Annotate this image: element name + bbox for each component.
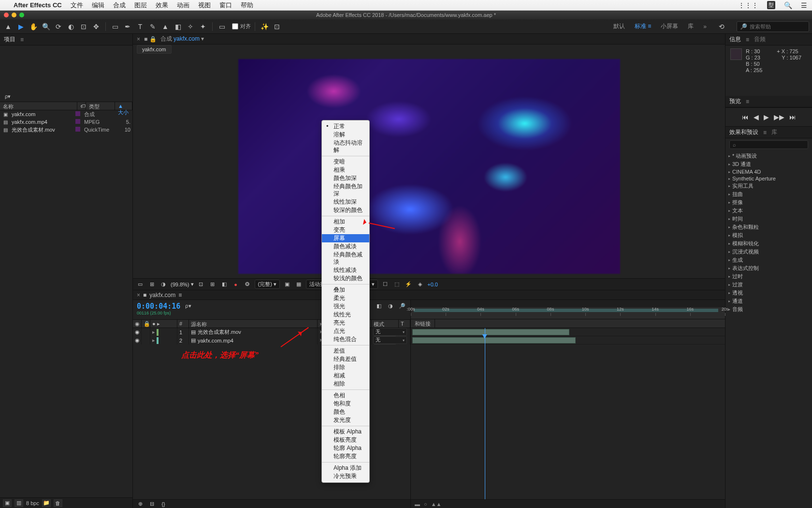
effects-folder[interactable]: ▸通道: [727, 297, 810, 305]
camera-tool-icon[interactable]: ⊡: [78, 21, 89, 32]
puppet-tool-icon[interactable]: ✦: [198, 21, 208, 32]
blend-mode-item[interactable]: 排除: [322, 363, 369, 372]
guides-icon[interactable]: ◧: [220, 281, 229, 288]
help-search-input[interactable]: [750, 24, 806, 30]
menu-effect[interactable]: 效果: [156, 1, 168, 10]
delete-icon[interactable]: 🗑: [54, 499, 62, 507]
comp-breadcrumb[interactable]: 合成 yakfx.com ▾: [160, 35, 204, 43]
interpret-icon[interactable]: ▣: [3, 499, 12, 507]
zoom-slider[interactable]: ○: [424, 501, 427, 507]
header-size[interactable]: ▲ 大小: [115, 102, 132, 110]
tl-fx-icon[interactable]: ◑: [386, 302, 395, 310]
audio-tab[interactable]: 音频: [754, 35, 766, 44]
bpc-label[interactable]: 8 bpc: [26, 500, 39, 506]
panel-menu-icon[interactable]: ≡: [20, 36, 24, 43]
blend-mode-item[interactable]: 较深的颜色: [322, 206, 369, 214]
blend-mode-item[interactable]: 纯色混合: [322, 335, 369, 344]
blend-mode-item[interactable]: 颜色: [322, 408, 369, 416]
blend-mode-item[interactable]: 正常: [322, 122, 369, 131]
tl-search-icon[interactable]: 🔎: [398, 302, 406, 310]
blend-mode-item[interactable]: 颜色减淡: [322, 242, 369, 251]
layer-bar[interactable]: [412, 337, 576, 344]
hand-tool-icon[interactable]: ✋: [28, 21, 39, 32]
viewer[interactable]: [133, 54, 725, 278]
effects-folder[interactable]: ▸模糊和锐化: [727, 239, 810, 248]
menu-file[interactable]: 文件: [71, 1, 83, 10]
current-timecode[interactable]: 0:00:04:16: [137, 302, 180, 311]
blend-mode-item[interactable]: Alpha 添加: [322, 464, 369, 472]
menu-window[interactable]: 窗口: [219, 1, 232, 10]
prev-frame-icon[interactable]: ◀: [754, 113, 759, 121]
col-name[interactable]: 源名称: [189, 320, 318, 328]
resolution-select[interactable]: (完整) ▾: [255, 280, 280, 289]
project-item[interactable]: ▤ yakfx.com.mp4 MPEG 5.: [0, 118, 132, 126]
menu-comp[interactable]: 合成: [113, 1, 126, 10]
blend-mode-item[interactable]: 溶解: [322, 131, 369, 139]
xparent-icon[interactable]: ▦: [294, 281, 303, 288]
close-icon[interactable]: [4, 13, 9, 17]
exposure-value[interactable]: +0.0: [427, 282, 438, 287]
info-tab[interactable]: 信息: [729, 35, 741, 44]
effects-folder[interactable]: ▸沉浸式视频: [727, 248, 810, 256]
blend-mode-item[interactable]: 较浅的颜色: [322, 274, 369, 283]
effects-folder[interactable]: ▸模拟: [727, 231, 810, 239]
col-parent[interactable]: 和链接: [411, 319, 435, 328]
zoom-level[interactable]: (99.8%) ▾: [171, 281, 194, 287]
effects-tree[interactable]: ▸* 动画预设▸3D 通道▸CINEMA 4D▸Synthetic Apertu…: [725, 151, 812, 508]
menu-animation[interactable]: 动画: [177, 1, 189, 10]
effects-folder[interactable]: ▸音频: [727, 305, 810, 314]
next-frame-icon[interactable]: ▶▶: [774, 113, 784, 121]
menu-view[interactable]: 视图: [198, 1, 211, 10]
menu-icon[interactable]: ☰: [801, 1, 807, 9]
blend-mode-item[interactable]: 屏幕: [322, 234, 369, 242]
tl-av-icon[interactable]: ◧: [375, 302, 383, 310]
roi-icon[interactable]: ▣: [283, 281, 291, 288]
effects-tab[interactable]: 效果和预设: [729, 128, 758, 136]
ren-icon[interactable]: ☐: [381, 281, 390, 288]
effects-folder[interactable]: ▸扭曲: [727, 190, 810, 198]
pen-tool-icon[interactable]: ✒: [122, 21, 133, 32]
effects-folder[interactable]: ▸表达式控制: [727, 264, 810, 272]
rotation-tool-icon[interactable]: ◐: [66, 21, 76, 32]
home-icon[interactable]: ▲: [3, 21, 14, 32]
blend-mode-item[interactable]: 相乘: [322, 166, 369, 174]
effects-folder[interactable]: ▸实用工具: [727, 182, 810, 190]
blend-mode-item[interactable]: 亮光: [322, 319, 369, 327]
visibility-toggle[interactable]: ◉: [133, 336, 142, 344]
frame-icon[interactable]: ⊡: [197, 281, 205, 288]
blend-mode-item[interactable]: 经典颜色减淡: [322, 251, 369, 266]
effects-folder[interactable]: ▸过渡: [727, 281, 810, 289]
bounds-icon[interactable]: ▭: [217, 21, 227, 32]
blend-mode-item[interactable]: 线性加深: [322, 198, 369, 206]
selection-tool-icon[interactable]: ▶: [15, 21, 26, 32]
anchor-tool-icon[interactable]: ✥: [91, 21, 102, 32]
col-mode[interactable]: 模式: [372, 320, 399, 328]
zoom-icon[interactable]: [19, 13, 24, 17]
effects-folder[interactable]: ▸文本: [727, 207, 810, 215]
blend-mode-item[interactable]: 相加: [322, 218, 369, 226]
effects-folder[interactable]: ▸透视: [727, 289, 810, 297]
depth-icon[interactable]: ◈: [416, 281, 424, 288]
blend-mode-menu[interactable]: 正常溶解动态抖动溶解变暗相乘颜色加深经典颜色加深线性加深较深的颜色相加变亮屏幕颜…: [321, 120, 370, 483]
align-checkbox[interactable]: [232, 23, 238, 30]
zoom-tool-icon[interactable]: 🔍: [41, 21, 51, 32]
blend-mode-item[interactable]: 冷光预乘: [322, 472, 369, 480]
ws-standard[interactable]: 标准 ≡: [635, 22, 651, 30]
project-tab[interactable]: 项目: [4, 35, 15, 44]
header-type[interactable]: 类型: [86, 102, 115, 110]
visibility-toggle[interactable]: ◉: [133, 328, 142, 336]
workspace-reset-icon[interactable]: ⟲: [716, 21, 727, 32]
menu-edit[interactable]: 编辑: [92, 1, 104, 10]
menu-layer[interactable]: 图层: [134, 1, 147, 10]
blend-mode-item[interactable]: 发光度: [322, 416, 369, 424]
rect-tool-icon[interactable]: ▭: [110, 21, 120, 32]
blend-mode-item[interactable]: 强光: [322, 302, 369, 311]
comp-lock-icon[interactable]: ■ 🔒: [144, 36, 157, 43]
timeline-search-prefix[interactable]: ρ▾: [185, 303, 191, 309]
effects-folder[interactable]: ▸3D 通道: [727, 160, 810, 168]
time-ruler[interactable]: :00s02s04s06s08s10s12s14s16s20s: [411, 307, 725, 319]
col-lock-icon[interactable]: 🔒: [142, 320, 150, 328]
new-folder-icon[interactable]: 📁: [42, 499, 51, 507]
3d-icon[interactable]: ⬚: [392, 281, 401, 288]
snap-icon[interactable]: ⊡: [272, 21, 282, 32]
